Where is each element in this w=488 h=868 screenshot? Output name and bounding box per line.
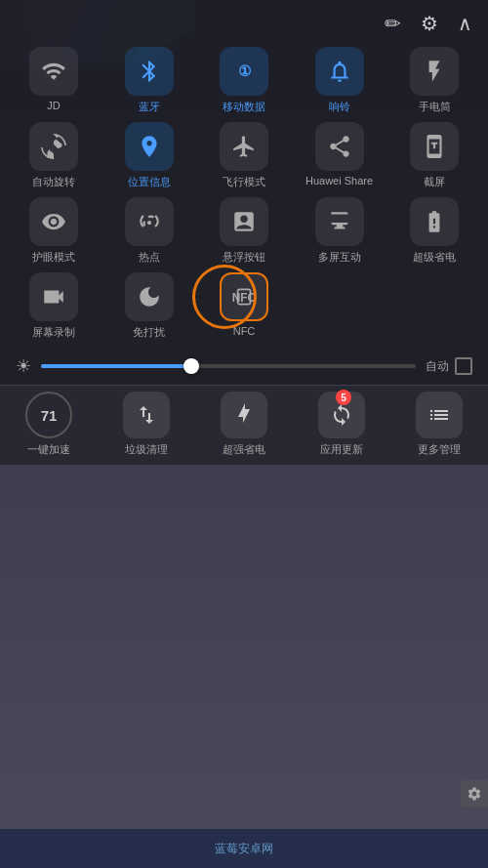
qs-ringtone[interactable]: 响铃 bbox=[296, 47, 384, 114]
qs-auto-rotate-icon bbox=[29, 122, 78, 171]
qs-airplane-label: 飞行模式 bbox=[223, 175, 265, 189]
qs-mobile-data-icon: ① bbox=[220, 47, 268, 96]
qs-float-button-label: 悬浮按钮 bbox=[223, 250, 265, 265]
toolbar-app-update[interactable]: 5 应用更新 bbox=[298, 392, 386, 457]
toolbar-more-label: 更多管理 bbox=[418, 442, 461, 457]
qs-hotspot-icon bbox=[125, 197, 174, 246]
qs-screen-record-label: 屏幕录制 bbox=[32, 325, 75, 340]
toolbar-more-icon bbox=[416, 392, 463, 438]
qs-empty-1-icon bbox=[315, 272, 364, 321]
qs-bluetooth-label: 蓝牙 bbox=[139, 100, 160, 114]
qs-nfc[interactable]: NFC NFC bbox=[200, 272, 288, 340]
qs-no-disturb-icon bbox=[125, 272, 174, 321]
qs-no-disturb[interactable]: 免打扰 bbox=[105, 272, 193, 340]
qs-super-save-icon bbox=[410, 197, 459, 246]
qs-float-button-icon bbox=[220, 197, 268, 246]
qs-ringtone-icon bbox=[315, 47, 364, 96]
qs-row-4: 屏幕录制 免打扰 NFC NFC bbox=[10, 272, 478, 340]
settings-icon[interactable]: ⚙ bbox=[421, 12, 438, 35]
brightness-fill bbox=[41, 364, 191, 368]
qs-nfc-label: NFC bbox=[233, 325, 256, 337]
toolbar-power-save-label: 超强省电 bbox=[223, 442, 265, 457]
toolbar-clean-label: 垃圾清理 bbox=[125, 442, 168, 457]
qs-eye-comfort-icon bbox=[29, 197, 78, 246]
qs-jd[interactable]: JD bbox=[10, 47, 98, 114]
top-bar: ✏ ⚙ ∧ bbox=[0, 0, 488, 43]
toolbar-app-update-label: 应用更新 bbox=[320, 442, 363, 457]
qs-flashlight-label: 手电筒 bbox=[419, 100, 451, 114]
qs-screen-record[interactable]: 屏幕录制 bbox=[10, 272, 98, 340]
qs-screenshot-icon bbox=[410, 122, 459, 171]
toolbar-app-update-badge: 5 bbox=[336, 390, 351, 405]
qs-mobile-data-label: 移动数据 bbox=[223, 100, 265, 114]
qs-empty-1 bbox=[296, 272, 384, 340]
qs-multiscreen-icon bbox=[315, 197, 364, 246]
toolbar-power-save[interactable]: 超强省电 bbox=[200, 392, 288, 457]
settings-fab[interactable] bbox=[461, 780, 488, 807]
svg-text:①: ① bbox=[238, 62, 251, 79]
qs-screenshot[interactable]: 截屏 bbox=[390, 122, 478, 189]
qs-eye-comfort[interactable]: 护眼模式 bbox=[10, 197, 98, 265]
qs-screenshot-label: 截屏 bbox=[424, 175, 445, 189]
toolbar-power-save-icon bbox=[221, 392, 267, 438]
qs-location[interactable]: 位置信息 bbox=[105, 122, 193, 189]
watermark-bar: 蓝莓安卓网 bbox=[0, 829, 488, 868]
quick-settings-grid: JD 蓝牙 ① 移动数据 响铃 bbox=[0, 43, 488, 351]
svg-text:NFC: NFC bbox=[232, 291, 257, 305]
qs-hotspot[interactable]: 热点 bbox=[105, 197, 193, 265]
qs-bluetooth-icon bbox=[125, 47, 174, 96]
toolbar-more[interactable]: 更多管理 bbox=[395, 392, 483, 457]
toolbar-clean-icon bbox=[123, 392, 170, 438]
watermark-text: 蓝莓安卓网 bbox=[215, 841, 273, 857]
toolbar-speed-boost-icon: 71 bbox=[25, 392, 72, 438]
brightness-auto-label: 自动 bbox=[426, 358, 449, 375]
qs-mobile-data[interactable]: ① 移动数据 bbox=[200, 47, 288, 114]
qs-airplane-icon bbox=[220, 122, 268, 171]
qs-hotspot-label: 热点 bbox=[139, 250, 160, 265]
qs-airplane[interactable]: 飞行模式 bbox=[200, 122, 288, 189]
qs-flashlight-icon bbox=[410, 47, 459, 96]
brightness-slider[interactable] bbox=[41, 364, 416, 368]
brightness-icon: ☀ bbox=[16, 355, 31, 377]
qs-empty-2 bbox=[390, 272, 478, 340]
qs-huawei-share-label: Huawei Share bbox=[305, 175, 373, 186]
qs-float-button[interactable]: 悬浮按钮 bbox=[200, 197, 288, 265]
qs-multiscreen-label: 多屏互动 bbox=[318, 250, 361, 265]
qs-huawei-share[interactable]: Huawei Share bbox=[296, 122, 384, 189]
collapse-icon[interactable]: ∧ bbox=[458, 12, 472, 35]
qs-huawei-share-icon bbox=[315, 122, 364, 171]
notification-panel: ✏ ⚙ ∧ JD 蓝牙 ① bbox=[0, 0, 488, 465]
toolbar-speed-boost-label: 一键加速 bbox=[27, 442, 70, 457]
qs-row-2: 自动旋转 位置信息 飞行模式 Huawei Share bbox=[10, 122, 478, 189]
bottom-toolbar: 71 一键加速 垃圾清理 超强省电 bbox=[0, 385, 488, 465]
qs-jd-icon bbox=[29, 47, 78, 96]
qs-location-label: 位置信息 bbox=[128, 175, 171, 189]
qs-row-1: JD 蓝牙 ① 移动数据 响铃 bbox=[10, 47, 478, 114]
qs-multiscreen[interactable]: 多屏互动 bbox=[296, 197, 384, 265]
qs-auto-rotate[interactable]: 自动旋转 bbox=[10, 122, 98, 189]
qs-eye-comfort-label: 护眼模式 bbox=[32, 250, 75, 265]
qs-flashlight[interactable]: 手电筒 bbox=[390, 47, 478, 114]
qs-empty-2-icon bbox=[410, 272, 459, 321]
qs-jd-label: JD bbox=[47, 100, 60, 111]
qs-ringtone-label: 响铃 bbox=[329, 100, 350, 114]
qs-super-save-label: 超级省电 bbox=[413, 250, 456, 265]
qs-location-icon bbox=[125, 122, 174, 171]
qs-super-save[interactable]: 超级省电 bbox=[390, 197, 478, 265]
qs-nfc-icon: NFC bbox=[220, 272, 268, 321]
qs-bluetooth[interactable]: 蓝牙 bbox=[105, 47, 193, 114]
qs-screen-record-icon bbox=[29, 272, 78, 321]
qs-row-3: 护眼模式 热点 悬浮按钮 多屏互动 bbox=[10, 197, 478, 265]
qs-no-disturb-label: 免打扰 bbox=[133, 325, 165, 340]
toolbar-clean[interactable]: 垃圾清理 bbox=[102, 392, 190, 457]
toolbar-app-update-icon: 5 bbox=[318, 392, 365, 438]
brightness-auto: 自动 bbox=[426, 357, 472, 375]
brightness-row: ☀ 自动 bbox=[0, 351, 488, 385]
settings-fab-icon bbox=[467, 786, 482, 802]
toolbar-speed-boost[interactable]: 71 一键加速 bbox=[5, 392, 93, 457]
qs-auto-rotate-label: 自动旋转 bbox=[32, 175, 75, 189]
toolbar-speed-boost-num: 71 bbox=[41, 407, 58, 424]
brightness-auto-checkbox[interactable] bbox=[455, 357, 472, 375]
edit-icon[interactable]: ✏ bbox=[385, 12, 401, 35]
brightness-thumb[interactable] bbox=[183, 358, 199, 374]
